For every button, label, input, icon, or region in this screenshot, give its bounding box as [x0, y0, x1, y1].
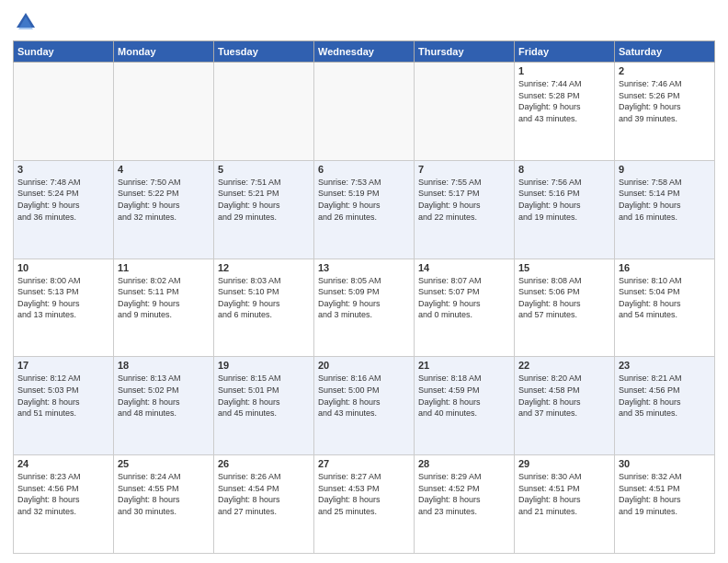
calendar-cell: 13Sunrise: 8:05 AM Sunset: 5:09 PM Dayli… [314, 259, 415, 357]
logo-icon [13, 9, 39, 35]
calendar-cell: 10Sunrise: 8:00 AM Sunset: 5:13 PM Dayli… [14, 259, 114, 357]
day-number: 23 [619, 360, 711, 371]
logo [13, 9, 42, 35]
calendar-cell: 20Sunrise: 8:16 AM Sunset: 5:00 PM Dayli… [314, 357, 415, 455]
day-info: Sunrise: 8:27 AM Sunset: 4:53 PM Dayligh… [318, 471, 410, 517]
day-number: 19 [218, 360, 310, 371]
calendar-cell: 17Sunrise: 8:12 AM Sunset: 5:03 PM Dayli… [14, 357, 114, 455]
day-number: 4 [118, 164, 210, 175]
day-number: 20 [318, 360, 410, 371]
day-number: 10 [17, 262, 109, 273]
day-number: 27 [318, 458, 410, 469]
day-info: Sunrise: 7:46 AM Sunset: 5:26 PM Dayligh… [619, 78, 711, 124]
day-number: 2 [619, 65, 711, 76]
day-info: Sunrise: 7:56 AM Sunset: 5:16 PM Dayligh… [518, 177, 610, 223]
calendar-cell: 8Sunrise: 7:56 AM Sunset: 5:16 PM Daylig… [515, 160, 615, 259]
calendar-cell: 1Sunrise: 7:44 AM Sunset: 5:28 PM Daylig… [515, 63, 615, 161]
day-info: Sunrise: 8:18 AM Sunset: 4:59 PM Dayligh… [418, 373, 510, 419]
calendar-cell: 15Sunrise: 8:08 AM Sunset: 5:06 PM Dayli… [515, 259, 615, 357]
day-number: 1 [518, 65, 610, 76]
calendar-table: SundayMondayTuesdayWednesdayThursdayFrid… [13, 40, 715, 554]
day-number: 8 [518, 164, 610, 175]
day-number: 15 [518, 262, 610, 273]
day-number: 9 [619, 164, 711, 175]
calendar-cell: 11Sunrise: 8:02 AM Sunset: 5:11 PM Dayli… [114, 259, 214, 357]
calendar-cell: 7Sunrise: 7:55 AM Sunset: 5:17 PM Daylig… [415, 160, 515, 259]
calendar-cell [114, 63, 214, 161]
day-info: Sunrise: 8:07 AM Sunset: 5:07 PM Dayligh… [418, 275, 510, 321]
day-info: Sunrise: 8:30 AM Sunset: 4:51 PM Dayligh… [518, 471, 610, 517]
calendar-cell: 27Sunrise: 8:27 AM Sunset: 4:53 PM Dayli… [314, 455, 415, 554]
day-number: 16 [619, 262, 711, 273]
day-number: 14 [418, 262, 510, 273]
weekday-header-wednesday: Wednesday [314, 41, 415, 63]
day-info: Sunrise: 7:48 AM Sunset: 5:24 PM Dayligh… [17, 177, 109, 223]
page: SundayMondayTuesdayWednesdayThursdayFrid… [0, 0, 728, 563]
day-number: 24 [17, 458, 109, 469]
day-info: Sunrise: 7:51 AM Sunset: 5:21 PM Dayligh… [218, 177, 310, 223]
day-number: 29 [518, 458, 610, 469]
calendar-cell: 9Sunrise: 7:58 AM Sunset: 5:14 PM Daylig… [615, 160, 715, 259]
day-number: 21 [418, 360, 510, 371]
weekday-header-tuesday: Tuesday [214, 41, 314, 63]
calendar-cell: 22Sunrise: 8:20 AM Sunset: 4:58 PM Dayli… [515, 357, 615, 455]
day-number: 13 [318, 262, 410, 273]
day-info: Sunrise: 8:29 AM Sunset: 4:52 PM Dayligh… [418, 471, 510, 517]
calendar-cell: 18Sunrise: 8:13 AM Sunset: 5:02 PM Dayli… [114, 357, 214, 455]
day-info: Sunrise: 7:50 AM Sunset: 5:22 PM Dayligh… [118, 177, 210, 223]
day-info: Sunrise: 7:55 AM Sunset: 5:17 PM Dayligh… [418, 177, 510, 223]
day-number: 12 [218, 262, 310, 273]
day-number: 6 [318, 164, 410, 175]
weekday-header-monday: Monday [114, 41, 214, 63]
calendar-cell [314, 63, 415, 161]
day-info: Sunrise: 8:10 AM Sunset: 5:04 PM Dayligh… [619, 275, 711, 321]
calendar-cell: 19Sunrise: 8:15 AM Sunset: 5:01 PM Dayli… [214, 357, 314, 455]
calendar-cell: 24Sunrise: 8:23 AM Sunset: 4:56 PM Dayli… [14, 455, 114, 554]
day-info: Sunrise: 8:13 AM Sunset: 5:02 PM Dayligh… [118, 373, 210, 419]
day-info: Sunrise: 8:23 AM Sunset: 4:56 PM Dayligh… [17, 471, 109, 517]
calendar-cell [14, 63, 114, 161]
day-number: 5 [218, 164, 310, 175]
calendar-cell: 26Sunrise: 8:26 AM Sunset: 4:54 PM Dayli… [214, 455, 314, 554]
calendar-cell [415, 63, 515, 161]
calendar-cell: 23Sunrise: 8:21 AM Sunset: 4:56 PM Dayli… [615, 357, 715, 455]
calendar-week-row: 10Sunrise: 8:00 AM Sunset: 5:13 PM Dayli… [14, 259, 715, 357]
day-info: Sunrise: 8:21 AM Sunset: 4:56 PM Dayligh… [619, 373, 711, 419]
weekday-header-row: SundayMondayTuesdayWednesdayThursdayFrid… [14, 41, 715, 63]
day-number: 3 [17, 164, 109, 175]
calendar-cell: 16Sunrise: 8:10 AM Sunset: 5:04 PM Dayli… [615, 259, 715, 357]
calendar-cell: 28Sunrise: 8:29 AM Sunset: 4:52 PM Dayli… [415, 455, 515, 554]
calendar-week-row: 24Sunrise: 8:23 AM Sunset: 4:56 PM Dayli… [14, 455, 715, 554]
day-info: Sunrise: 8:16 AM Sunset: 5:00 PM Dayligh… [318, 373, 410, 419]
day-info: Sunrise: 8:00 AM Sunset: 5:13 PM Dayligh… [17, 275, 109, 321]
day-info: Sunrise: 8:26 AM Sunset: 4:54 PM Dayligh… [218, 471, 310, 517]
calendar-cell: 30Sunrise: 8:32 AM Sunset: 4:51 PM Dayli… [615, 455, 715, 554]
day-info: Sunrise: 7:44 AM Sunset: 5:28 PM Dayligh… [518, 78, 610, 124]
calendar-cell: 6Sunrise: 7:53 AM Sunset: 5:19 PM Daylig… [314, 160, 415, 259]
day-info: Sunrise: 7:58 AM Sunset: 5:14 PM Dayligh… [619, 177, 711, 223]
day-info: Sunrise: 8:15 AM Sunset: 5:01 PM Dayligh… [218, 373, 310, 419]
day-info: Sunrise: 8:20 AM Sunset: 4:58 PM Dayligh… [518, 373, 610, 419]
weekday-header-thursday: Thursday [415, 41, 515, 63]
day-number: 17 [17, 360, 109, 371]
day-number: 7 [418, 164, 510, 175]
calendar-week-row: 17Sunrise: 8:12 AM Sunset: 5:03 PM Dayli… [14, 357, 715, 455]
day-info: Sunrise: 8:02 AM Sunset: 5:11 PM Dayligh… [118, 275, 210, 321]
day-info: Sunrise: 8:08 AM Sunset: 5:06 PM Dayligh… [518, 275, 610, 321]
day-number: 22 [518, 360, 610, 371]
calendar-week-row: 1Sunrise: 7:44 AM Sunset: 5:28 PM Daylig… [14, 63, 715, 161]
day-info: Sunrise: 8:05 AM Sunset: 5:09 PM Dayligh… [318, 275, 410, 321]
day-info: Sunrise: 8:32 AM Sunset: 4:51 PM Dayligh… [619, 471, 711, 517]
header [13, 9, 715, 35]
day-info: Sunrise: 8:24 AM Sunset: 4:55 PM Dayligh… [118, 471, 210, 517]
day-number: 18 [118, 360, 210, 371]
weekday-header-sunday: Sunday [14, 41, 114, 63]
calendar-cell: 3Sunrise: 7:48 AM Sunset: 5:24 PM Daylig… [14, 160, 114, 259]
calendar-cell: 5Sunrise: 7:51 AM Sunset: 5:21 PM Daylig… [214, 160, 314, 259]
day-number: 30 [619, 458, 711, 469]
calendar-cell: 21Sunrise: 8:18 AM Sunset: 4:59 PM Dayli… [415, 357, 515, 455]
day-info: Sunrise: 8:03 AM Sunset: 5:10 PM Dayligh… [218, 275, 310, 321]
day-number: 25 [118, 458, 210, 469]
day-number: 28 [418, 458, 510, 469]
day-number: 26 [218, 458, 310, 469]
